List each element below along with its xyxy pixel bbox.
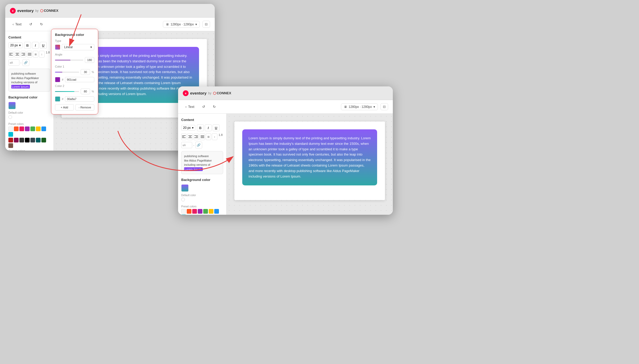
- color1-unit: %: [92, 71, 94, 74]
- angle-label: Angle: [55, 53, 94, 56]
- filter-button-2[interactable]: ⊟: [381, 103, 388, 110]
- preset-color[interactable]: [198, 209, 202, 214]
- letter-spacing-input-2[interactable]: aA: [181, 142, 192, 148]
- preset-color[interactable]: [25, 138, 30, 142]
- color1-swatch[interactable]: [55, 77, 60, 82]
- connex-text-2: CONNEX: [217, 91, 231, 95]
- preset-color[interactable]: [8, 132, 13, 137]
- default-color-checkbox-2[interactable]: [181, 198, 185, 201]
- brand-icon-2: e: [183, 90, 189, 96]
- color2-hex-input[interactable]: 30a8a7: [65, 96, 94, 102]
- preset-color[interactable]: [30, 126, 35, 131]
- preset-color[interactable]: [19, 138, 24, 142]
- popup-type-label: Type: [55, 39, 94, 42]
- color1-hex-input[interactable]: 901cad: [65, 77, 94, 82]
- color2-swatch[interactable]: [55, 96, 60, 102]
- font-size-input-2[interactable]: 20 px ▾: [181, 125, 195, 131]
- preset-color[interactable]: [181, 209, 186, 214]
- underline-button-2[interactable]: U: [213, 124, 219, 131]
- preset-color[interactable]: [181, 214, 186, 215]
- undo-button-2[interactable]: ↺: [200, 103, 208, 110]
- preset-color[interactable]: [14, 138, 19, 142]
- bold-button-1[interactable]: B: [24, 42, 31, 49]
- preset-color[interactable]: [187, 209, 191, 214]
- bg-color-swatch-1[interactable]: [8, 102, 16, 109]
- column-button-2[interactable]: ⊞: [206, 133, 211, 140]
- undo-icon: ↺: [29, 22, 32, 26]
- align-center-button[interactable]: [14, 51, 20, 58]
- align-center-button-2[interactable]: [187, 133, 192, 140]
- color1-position[interactable]: 30: [81, 69, 90, 75]
- align-justify-button[interactable]: [27, 51, 32, 58]
- chevron-down-icon: ▾: [195, 23, 197, 26]
- link-icon: 🔗: [24, 61, 28, 64]
- monitor-icon: 🖥: [166, 23, 169, 26]
- remove-color-stop-button[interactable]: - Remove: [75, 104, 94, 111]
- preset-color[interactable]: [41, 126, 46, 131]
- size-value-1: 1280px · 1280px: [170, 23, 194, 26]
- back-button-2[interactable]: ‹ Text: [183, 103, 197, 110]
- italic-button-2[interactable]: I: [205, 124, 212, 131]
- redo-button-2[interactable]: ↻: [210, 103, 218, 110]
- monitor-icon-2: 🖥: [344, 105, 347, 109]
- spacing-row-2: aA - 🔗: [181, 142, 223, 148]
- bold-button-2[interactable]: B: [197, 124, 204, 131]
- color2-hex-row: # 30a8a7: [55, 96, 94, 102]
- color2-slider[interactable]: [55, 91, 79, 92]
- bg-color-swatch-2[interactable]: [181, 184, 189, 192]
- align-right-button[interactable]: [21, 51, 26, 58]
- filter-icon: ⊟: [205, 22, 208, 26]
- gradient-text-box-2: Lorem Ipsum is simply dummy text of the …: [242, 129, 377, 185]
- preset-color[interactable]: [192, 209, 197, 214]
- color2-position[interactable]: 80: [81, 89, 90, 94]
- preset-color[interactable]: [41, 138, 46, 142]
- default-color-checkbox-1[interactable]: [8, 115, 12, 119]
- preset-color[interactable]: [8, 126, 13, 131]
- preset-color[interactable]: [14, 126, 19, 131]
- brand-icon: e: [10, 8, 16, 14]
- angle-slider[interactable]: [55, 60, 83, 60]
- redo-button-1[interactable]: ↻: [37, 21, 46, 28]
- align-justify-button-2[interactable]: [200, 133, 205, 140]
- back-button-1[interactable]: ‹ Text: [10, 21, 24, 28]
- column-button[interactable]: ⊞: [33, 51, 38, 58]
- type-swatch[interactable]: [55, 45, 60, 50]
- preset-color[interactable]: [209, 209, 213, 214]
- add-color-stop-button[interactable]: + Add: [55, 104, 74, 111]
- preset-color[interactable]: [30, 138, 35, 142]
- preset-color[interactable]: [8, 143, 13, 148]
- preset-color[interactable]: [36, 138, 41, 142]
- align-left-button-2[interactable]: [181, 133, 186, 140]
- filter-button-1[interactable]: ⊟: [202, 21, 210, 28]
- text-format-btns-2: B I U: [197, 124, 219, 131]
- preset-color[interactable]: [36, 126, 41, 131]
- angle-slider-row: 180: [55, 57, 94, 63]
- link-button-2[interactable]: 🔗: [195, 142, 202, 148]
- preset-label-1: Preset colors: [8, 123, 50, 125]
- underline-button-1[interactable]: U: [40, 42, 47, 49]
- preset-color[interactable]: [214, 209, 219, 214]
- preset-color[interactable]: [203, 209, 208, 214]
- canvas-content-2: Lorem Ipsum is simply dummy text of the …: [234, 122, 385, 200]
- size-selector-1[interactable]: 🖥 1280px · 1280px ▾: [163, 21, 200, 28]
- brand-by: by: [35, 9, 39, 13]
- letter-spacing-input[interactable]: aA: [8, 59, 19, 66]
- bg-color-title-1: Background color: [8, 95, 50, 99]
- italic-button-1[interactable]: I: [32, 42, 39, 49]
- preset-color[interactable]: [25, 126, 30, 131]
- color1-slider[interactable]: [55, 72, 79, 73]
- preset-color[interactable]: [8, 138, 13, 142]
- angle-value[interactable]: 180: [85, 57, 94, 63]
- color1-hex-row: # 901cad: [55, 77, 94, 82]
- line-height-button-2[interactable]: ↕: [212, 133, 217, 140]
- type-chevron: ▾: [90, 45, 92, 49]
- gradient-type-dropdown[interactable]: Linear ▾: [62, 44, 94, 50]
- size-selector-2[interactable]: 🖥 1280px · 1280px ▾: [341, 103, 378, 110]
- align-left-button[interactable]: [8, 51, 14, 58]
- link-button-1[interactable]: 🔗: [23, 59, 29, 66]
- font-size-input-1[interactable]: 20 px ▾: [8, 42, 23, 48]
- undo-button-1[interactable]: ↺: [27, 21, 35, 28]
- align-right-button-2[interactable]: [194, 133, 199, 140]
- preset-color[interactable]: [19, 126, 24, 131]
- line-height-button[interactable]: ↕: [39, 51, 44, 58]
